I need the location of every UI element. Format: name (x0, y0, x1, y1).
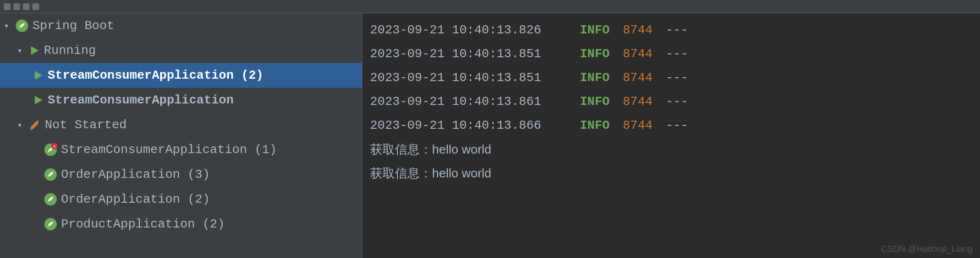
sidebar-item-order-app-2[interactable]: OrderApplication (2) (0, 187, 362, 212)
log-timestamp: 2023-09-21 10:40:13.866 (370, 118, 570, 133)
spring-boot-label: Spring Boot (32, 19, 114, 33)
spring-stopped-icon (44, 168, 57, 181)
order-app-2-label: OrderApplication (2) (61, 192, 210, 206)
stream-consumer-2-label: StreamConsumerApplication (2) (48, 68, 263, 83)
wrench-icon (29, 119, 41, 131)
stream-consumer-1-label: StreamConsumerApplication (1) (61, 143, 277, 157)
log-pid: 8744 (623, 47, 656, 61)
log-timestamp: 2023-09-21 10:40:13.851 (370, 47, 570, 61)
log-level: INFO (580, 47, 613, 61)
sidebar-item-order-app-3[interactable]: OrderApplication (3) (0, 162, 362, 187)
chevron-icon: ▾ (17, 45, 27, 56)
back-icon[interactable] (13, 3, 20, 10)
chevron-icon: ▾ (4, 21, 13, 31)
sidebar-item-stream-consumer[interactable]: StreamConsumerApplication (0, 88, 362, 113)
svg-marker-2 (35, 71, 42, 80)
log-level: INFO (580, 23, 613, 37)
sidebar-item-product-app-2[interactable]: ProductApplication (2) (0, 212, 362, 237)
sidebar-item-stream-consumer-1[interactable]: ✕ StreamConsumerApplication (1) (0, 137, 362, 162)
svg-marker-1 (31, 46, 39, 55)
watermark: CSDN @Hadoop_Liang (881, 244, 972, 254)
log-line-4: 2023-09-21 10:40:13.861 INFO 8744 --- (370, 90, 972, 114)
sidebar-item-stream-consumer-2[interactable]: StreamConsumerApplication (2) (0, 63, 362, 88)
spring-boot-icon (15, 19, 29, 32)
not-started-label: Not Started (45, 118, 127, 132)
running-label: Running (44, 43, 96, 58)
svg-marker-3 (35, 96, 42, 104)
left-panel: ▾ Spring Boot ▾ Running (0, 13, 362, 258)
log-dashes: --- (666, 71, 688, 85)
log-pid: 8744 (623, 71, 656, 85)
log-timestamp: 2023-09-21 10:40:13.826 (370, 23, 570, 37)
log-timestamp: 2023-09-21 10:40:13.851 (370, 71, 570, 85)
log-line-2: 2023-09-21 10:40:13.851 INFO 8744 --- (370, 42, 972, 66)
forward-icon[interactable] (23, 3, 30, 10)
log-line-1: 2023-09-21 10:40:13.826 INFO 8744 --- (370, 18, 972, 42)
stream-consumer-label: StreamConsumerApplication (48, 93, 234, 107)
main-content: ▾ Spring Boot ▾ Running (0, 13, 980, 258)
top-bar (0, 0, 980, 13)
log-line-chinese-1: 获取信息：hello world (370, 137, 972, 161)
log-line-3: 2023-09-21 10:40:13.851 INFO 8744 --- (370, 66, 972, 90)
log-line-5: 2023-09-21 10:40:13.866 INFO 8744 --- (370, 114, 972, 137)
order-app-3-label: OrderApplication (3) (61, 167, 210, 182)
run-icon (32, 70, 44, 81)
log-level: INFO (580, 118, 613, 133)
log-chinese-text: 获取信息：hello world (370, 165, 491, 182)
svg-text:✕: ✕ (53, 144, 56, 149)
log-pid: 8744 (623, 23, 656, 37)
spring-stopped-icon: ✕ (44, 143, 57, 156)
spring-stopped-icon (44, 193, 57, 206)
log-dashes: --- (666, 23, 688, 37)
spring-stopped-icon (44, 217, 57, 231)
sidebar-item-running[interactable]: ▾ Running (0, 38, 362, 63)
log-timestamp: 2023-09-21 10:40:13.861 (370, 94, 570, 109)
log-chinese-text: 获取信息：hello world (370, 141, 491, 158)
chevron-icon: ▾ (17, 120, 27, 130)
sidebar-item-not-started[interactable]: ▾ Not Started (0, 113, 362, 137)
menu-icon[interactable] (4, 3, 10, 10)
right-panel: 2023-09-21 10:40:13.826 INFO 8744 --- 20… (362, 13, 980, 258)
run-icon (32, 94, 44, 106)
log-dashes: --- (666, 94, 688, 109)
product-app-2-label: ProductApplication (2) (61, 217, 225, 231)
log-dashes: --- (666, 47, 688, 61)
log-level: INFO (580, 71, 613, 85)
log-level: INFO (580, 94, 613, 109)
log-dashes: --- (666, 118, 688, 133)
log-pid: 8744 (623, 118, 656, 133)
sidebar-item-spring-boot[interactable]: ▾ Spring Boot (0, 13, 362, 38)
log-line-chinese-2: 获取信息：hello world (370, 161, 972, 185)
log-pid: 8744 (623, 94, 656, 109)
run-icon (29, 45, 40, 56)
down-icon[interactable] (32, 3, 39, 10)
